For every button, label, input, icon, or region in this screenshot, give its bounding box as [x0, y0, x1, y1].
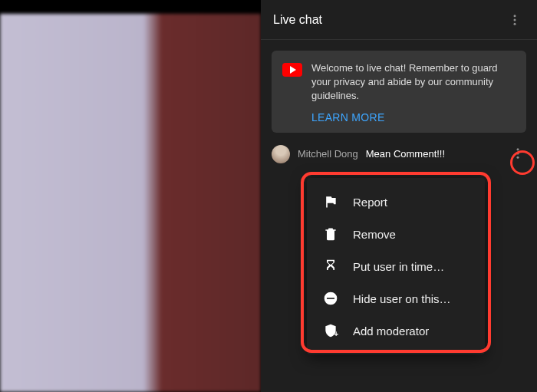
- menu-add-moderator[interactable]: + Add moderator: [307, 315, 485, 347]
- svg-point-4: [517, 152, 519, 154]
- hourglass-icon: [322, 258, 339, 275]
- chat-options-icon[interactable]: [505, 10, 525, 30]
- chat-header: Live chat: [261, 0, 537, 40]
- menu-timeout[interactable]: Put user in time…: [307, 250, 485, 282]
- menu-label: Hide user on this…: [353, 292, 451, 305]
- video-player[interactable]: [0, 0, 261, 392]
- message-options-icon[interactable]: [508, 143, 528, 163]
- svg-point-5: [517, 156, 519, 158]
- svg-text:+: +: [334, 330, 338, 338]
- svg-rect-7: [327, 298, 334, 299]
- youtube-icon: [282, 63, 302, 77]
- chat-message: Mitchell Dong Mean Comment!!!: [261, 140, 537, 168]
- menu-hide-user[interactable]: Hide user on this…: [307, 282, 485, 315]
- video-frame: [0, 14, 261, 392]
- svg-point-3: [517, 148, 519, 150]
- menu-label: Put user in time…: [353, 260, 444, 273]
- trash-icon: [322, 226, 339, 242]
- chat-title: Live chat: [273, 13, 505, 27]
- message-context-menu: Report Remove Put user in time… Hide use…: [307, 178, 485, 354]
- menu-report[interactable]: Report: [307, 186, 485, 218]
- learn-more-link[interactable]: LEARN MORE: [311, 111, 516, 124]
- live-chat-panel: Live chat Welcome to live chat! Remember…: [261, 0, 537, 392]
- block-icon: [322, 290, 339, 307]
- svg-point-1: [514, 18, 516, 21]
- menu-label: Report: [353, 196, 387, 209]
- svg-point-2: [514, 22, 516, 25]
- svg-point-0: [514, 15, 516, 17]
- message-text: Mean Comment!!!: [366, 148, 445, 160]
- menu-label: Remove: [353, 228, 396, 241]
- flag-icon: [322, 193, 339, 210]
- welcome-text: Welcome to live chat! Remember to guard …: [311, 61, 516, 104]
- message-author[interactable]: Mitchell Dong: [298, 148, 358, 160]
- shield-plus-icon: +: [322, 322, 339, 339]
- menu-remove[interactable]: Remove: [307, 218, 485, 250]
- avatar[interactable]: [272, 145, 290, 163]
- welcome-banner: Welcome to live chat! Remember to guard …: [272, 51, 526, 133]
- menu-label: Add moderator: [353, 324, 429, 338]
